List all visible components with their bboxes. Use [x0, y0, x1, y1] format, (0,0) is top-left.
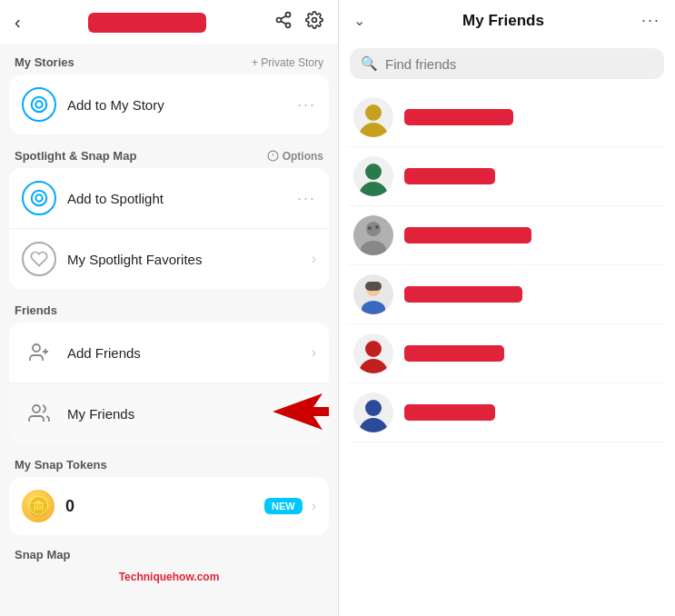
my-stories-card: Add to My Story ··· — [9, 75, 329, 134]
share-icon[interactable] — [274, 11, 293, 34]
friend-name-redacted — [404, 404, 495, 421]
svg-point-25 — [368, 226, 372, 230]
add-friends-icon — [22, 335, 56, 370]
new-badge: NEW — [264, 498, 303, 514]
snap-tokens-label: My Snap Tokens — [0, 447, 338, 477]
spotlight-favorites-chevron: › — [312, 251, 316, 267]
avatar — [353, 333, 393, 373]
friend-name-redacted — [404, 227, 531, 243]
snap-tokens-chevron: › — [312, 498, 316, 514]
friend-item[interactable] — [348, 265, 666, 324]
avatar — [353, 215, 393, 255]
svg-point-11 — [32, 191, 47, 206]
add-to-spotlight-dots[interactable]: ··· — [297, 189, 316, 208]
svg-point-2 — [285, 23, 290, 27]
svg-line-3 — [281, 21, 286, 24]
add-friends-item[interactable]: Add Friends › — [9, 323, 329, 383]
svg-point-32 — [365, 341, 382, 357]
back-button[interactable]: ‹ — [15, 12, 21, 33]
left-panel: ‹ My Stories + Priv — [0, 0, 338, 616]
chevron-down-icon[interactable]: ⌄ — [353, 12, 365, 29]
search-icon: 🔍 — [361, 55, 378, 72]
username-redacted — [88, 13, 206, 33]
right-panel: ⌄ My Friends ··· 🔍 — [338, 0, 675, 616]
svg-point-7 — [35, 101, 42, 107]
add-to-spotlight-icon — [22, 181, 56, 215]
svg-point-1 — [276, 18, 281, 23]
search-bar[interactable]: 🔍 — [350, 48, 664, 79]
add-to-spotlight-item[interactable]: Add to Spotlight ··· — [9, 168, 329, 229]
left-header: ‹ — [0, 0, 338, 45]
snap-tokens-card[interactable]: 🪙 0 NEW › — [9, 477, 329, 535]
spotlight-favorites-icon — [22, 242, 56, 276]
more-options-icon[interactable]: ··· — [641, 11, 660, 30]
my-friends-label: My Friends — [67, 406, 312, 422]
add-to-my-story-icon — [22, 87, 56, 122]
options-btn[interactable]: Options — [267, 150, 323, 163]
add-to-my-story-dots[interactable]: ··· — [297, 95, 316, 114]
friend-name-redacted — [404, 286, 522, 303]
svg-point-26 — [375, 225, 379, 229]
my-friends-item[interactable]: My Friends › — [9, 383, 329, 443]
my-stories-label: My Stories + Private Story — [0, 45, 338, 75]
svg-point-5 — [312, 18, 316, 23]
friend-item[interactable] — [348, 206, 666, 265]
svg-rect-30 — [365, 282, 382, 291]
private-story-btn[interactable]: + Private Story — [252, 56, 323, 69]
svg-point-0 — [285, 13, 290, 17]
svg-point-6 — [32, 97, 47, 113]
snap-token-count: 0 — [65, 497, 264, 516]
spotlight-favorites-label: My Spotlight Favorites — [67, 252, 312, 267]
watermark: Techniquehow.com — [0, 567, 338, 591]
svg-point-31 — [359, 359, 388, 373]
svg-point-13 — [33, 344, 40, 352]
svg-point-19 — [365, 104, 382, 121]
svg-point-20 — [359, 182, 388, 196]
my-friends-chevron: › — [312, 405, 316, 422]
svg-point-34 — [365, 400, 382, 416]
add-friends-label: Add Friends — [67, 345, 312, 361]
friend-item[interactable] — [348, 88, 666, 147]
my-friends-title: My Friends — [365, 12, 641, 30]
friend-name-redacted — [404, 109, 513, 125]
right-header: ⌄ My Friends ··· — [339, 0, 675, 41]
snap-token-icon: 🪙 — [22, 490, 55, 522]
friend-name-redacted — [404, 345, 504, 362]
avatar — [353, 274, 393, 314]
friend-item[interactable] — [348, 383, 666, 442]
add-to-my-story-item[interactable]: Add to My Story ··· — [9, 75, 329, 134]
svg-point-18 — [359, 123, 388, 137]
settings-icon[interactable] — [305, 11, 323, 34]
search-input[interactable] — [385, 56, 653, 72]
friend-item[interactable] — [348, 147, 666, 206]
friend-name-redacted — [404, 168, 495, 184]
svg-point-12 — [35, 194, 42, 201]
svg-line-4 — [281, 15, 286, 18]
add-friends-chevron: › — [312, 344, 316, 361]
spotlight-label: Spotlight & Snap Map Options — [0, 138, 338, 168]
my-friends-icon — [22, 396, 56, 431]
friends-label: Friends — [0, 293, 338, 323]
friend-item[interactable] — [348, 324, 666, 383]
spotlight-card: Add to Spotlight ··· My Spotlight Favori… — [9, 168, 329, 289]
avatar — [353, 156, 393, 196]
friends-list — [339, 88, 675, 616]
friends-card: Add Friends › My Friends › — [9, 323, 329, 443]
svg-point-16 — [33, 405, 40, 412]
spotlight-favorites-item[interactable]: My Spotlight Favorites › — [9, 229, 329, 289]
add-to-spotlight-label: Add to Spotlight — [67, 191, 297, 206]
svg-point-33 — [359, 418, 388, 432]
svg-point-21 — [365, 164, 382, 180]
avatar — [353, 97, 393, 137]
avatar — [353, 392, 393, 432]
add-to-my-story-label: Add to My Story — [67, 97, 297, 113]
snap-map-section-label: Snap Map — [0, 539, 338, 567]
header-icons — [274, 11, 323, 34]
